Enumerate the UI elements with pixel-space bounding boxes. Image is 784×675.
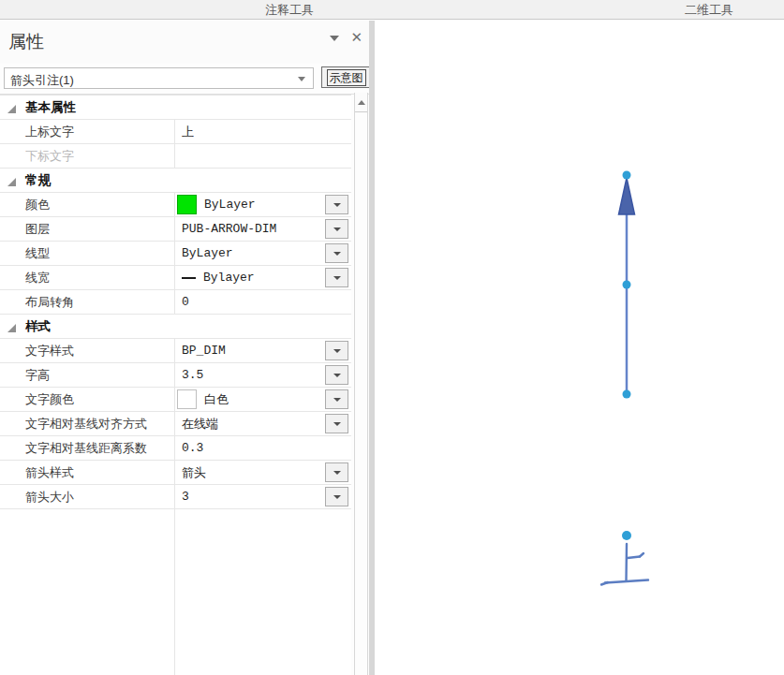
tab-annotation-tools[interactable]: 注释工具	[265, 2, 314, 19]
leader-arrowhead[interactable]	[619, 178, 635, 214]
triangle-down-icon	[333, 422, 341, 426]
property-row[interactable]: 布局转角 0	[0, 290, 351, 315]
schematic-preview-button[interactable]: 示意图	[321, 66, 371, 88]
property-row[interactable]: 线宽 Bylayer	[0, 266, 351, 290]
property-value-cell[interactable]: 上	[175, 120, 351, 143]
chevron-down-icon[interactable]	[298, 77, 305, 81]
scroll-up-button[interactable]	[355, 93, 367, 112]
schematic-preview-label: 示意图	[327, 69, 366, 86]
property-value: 3.5	[182, 368, 203, 382]
dropdown-button[interactable]	[325, 341, 348, 360]
property-group-row[interactable]: 样式	[0, 315, 351, 339]
grip-point-bottom[interactable]	[623, 390, 631, 399]
property-row[interactable]: 字高 3.5	[0, 363, 351, 388]
color-swatch	[177, 389, 197, 409]
triangle-down-icon	[333, 276, 341, 280]
property-group-row[interactable]: 基本属性	[0, 95, 351, 120]
grip-point-middle[interactable]	[623, 281, 631, 289]
triangle-up-icon	[358, 100, 365, 105]
group-label: 样式	[25, 318, 51, 335]
property-value-cell[interactable]: 箭头	[175, 461, 351, 484]
drawing-canvas-svg	[375, 21, 784, 675]
properties-panel: 属性 ✕ 箭头引注(1) 示意图 基本属性 上标文字 上 下标文字	[0, 21, 369, 675]
dropdown-button[interactable]	[325, 365, 348, 385]
entity-selector-combobox[interactable]: 箭头引注(1)	[4, 67, 314, 89]
ribbon-tab-bar: 注释工具 二维工具	[0, 0, 784, 20]
property-value-cell[interactable]: PUB-ARROW-DIM	[175, 217, 351, 241]
properties-panel-titlebar: 属性 ✕	[0, 21, 369, 64]
dropdown-button[interactable]	[325, 389, 348, 409]
property-value-cell[interactable]: 0	[175, 290, 351, 314]
scrollbar-thumb[interactable]	[355, 113, 367, 675]
annotation-text-shang[interactable]	[601, 544, 648, 585]
property-row[interactable]: 线型 ByLayer	[0, 242, 351, 266]
property-row[interactable]: 箭头大小 3	[0, 485, 351, 509]
property-value-cell[interactable]: 在线端	[175, 412, 351, 435]
property-label: 布局转角	[0, 290, 175, 314]
grip-point-text[interactable]	[622, 531, 631, 540]
property-value: 0.3	[182, 441, 203, 455]
dropdown-button[interactable]	[325, 414, 348, 433]
property-row[interactable]: 下标文字	[0, 144, 351, 169]
triangle-down-icon	[333, 252, 341, 256]
property-label: 线型	[0, 242, 175, 265]
property-label: 文字相对基线距离系数	[0, 436, 175, 460]
dropdown-button[interactable]	[325, 487, 348, 506]
property-row[interactable]: 文字相对基线距离系数 0.3	[0, 436, 351, 461]
property-value: BP_DIM	[182, 344, 226, 358]
property-label: 线宽	[0, 266, 175, 289]
property-value-cell[interactable]: BP_DIM	[175, 339, 351, 362]
property-value: 3	[182, 490, 189, 504]
grip-point-top[interactable]	[623, 171, 631, 180]
chevron-down-icon[interactable]	[330, 36, 339, 41]
dropdown-button[interactable]	[325, 195, 348, 214]
tab-2d-tools[interactable]: 二维工具	[685, 2, 733, 19]
property-label: 字高	[0, 363, 175, 387]
dropdown-button[interactable]	[325, 243, 348, 263]
property-row[interactable]: 文字颜色 白色	[0, 388, 351, 412]
property-group-row[interactable]: 常规	[0, 169, 351, 193]
property-value-cell[interactable]: ByLayer	[175, 242, 351, 265]
property-grid: 基本属性 上标文字 上 下标文字 常规 颜色 ByLayer 图层	[0, 95, 351, 675]
property-label: 文字样式	[0, 339, 175, 362]
group-expand-icon[interactable]	[7, 105, 16, 113]
property-value: 0	[182, 295, 189, 309]
panel-toolbar: 箭头引注(1) 示意图	[0, 64, 369, 95]
close-icon[interactable]: ✕	[350, 29, 362, 46]
property-value-cell[interactable]	[175, 144, 351, 168]
drawing-canvas[interactable]	[375, 21, 784, 675]
property-label: 下标文字	[0, 144, 175, 168]
property-row[interactable]: 图层 PUB-ARROW-DIM	[0, 217, 351, 242]
property-value-cell[interactable]: ByLayer	[175, 193, 351, 216]
property-grid-empty-area	[0, 509, 351, 675]
entity-selector-value: 箭头引注(1)	[10, 72, 74, 89]
property-value-cell[interactable]: 白色	[175, 388, 351, 411]
application-window: 注释工具 二维工具 属性 ✕ 箭头引注(1) 示意图 基本属性 上标文字 上	[0, 0, 784, 675]
property-value-cell[interactable]	[175, 509, 351, 675]
property-value: 上	[182, 124, 194, 140]
triangle-down-icon	[333, 227, 341, 231]
scrollbar[interactable]	[354, 93, 368, 675]
color-swatch	[177, 195, 197, 214]
property-label: 颜色	[0, 193, 175, 216]
property-value-cell[interactable]: 3	[175, 485, 351, 508]
triangle-down-icon	[333, 398, 341, 402]
property-row[interactable]: 颜色 ByLayer	[0, 193, 351, 217]
property-value-cell[interactable]: 3.5	[175, 363, 351, 387]
property-row[interactable]: 上标文字 上	[0, 120, 351, 144]
property-value: Bylayer	[203, 271, 255, 285]
property-value: 箭头	[182, 464, 206, 481]
property-row[interactable]: 文字相对基线对齐方式 在线端	[0, 412, 351, 436]
group-label: 常规	[25, 172, 51, 189]
property-value-cell[interactable]: 0.3	[175, 436, 351, 460]
dropdown-button[interactable]	[325, 268, 348, 287]
dropdown-button[interactable]	[325, 462, 348, 482]
property-value-cell[interactable]: Bylayer	[175, 266, 351, 289]
property-label: 文字相对基线对齐方式	[0, 412, 175, 435]
property-row[interactable]: 文字样式 BP_DIM	[0, 339, 351, 363]
dropdown-button[interactable]	[325, 219, 348, 239]
group-expand-icon[interactable]	[7, 178, 16, 186]
property-label: 箭头大小	[0, 485, 175, 508]
property-row[interactable]: 箭头样式 箭头	[0, 461, 351, 485]
group-expand-icon[interactable]	[7, 324, 16, 332]
